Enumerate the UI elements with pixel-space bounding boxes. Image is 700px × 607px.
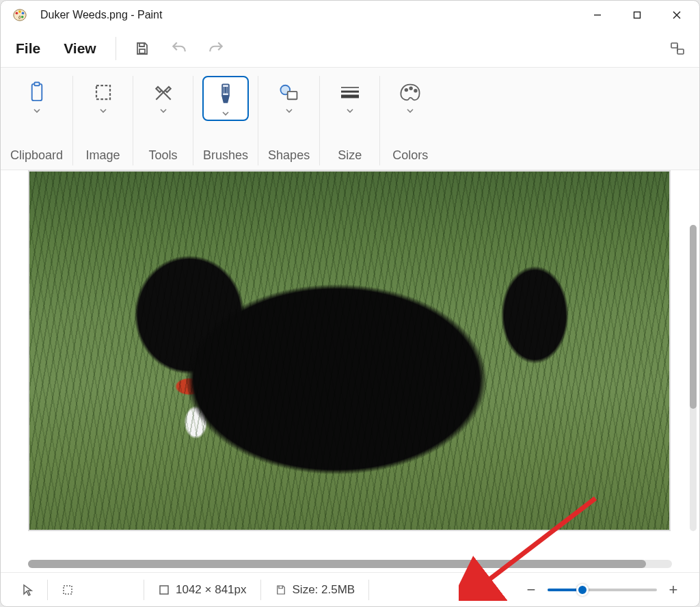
svg-rect-11	[677, 49, 684, 54]
ribbon-group-brushes: Brushes	[193, 76, 258, 165]
ribbon-label-clipboard: Clipboard	[8, 141, 66, 165]
ribbon-group-tools: Tools	[133, 76, 193, 165]
svg-rect-29	[160, 586, 168, 594]
tools-icon	[151, 80, 176, 105]
brush-icon	[213, 83, 238, 107]
ribbon-group-shapes: Shapes	[258, 76, 320, 165]
horizontal-scrollbar[interactable]	[28, 560, 672, 568]
svg-rect-14	[34, 82, 39, 85]
image-content	[29, 172, 669, 530]
zoom-slider-thumb[interactable]	[576, 584, 589, 596]
canvas-viewport[interactable]	[28, 170, 699, 554]
svg-point-4	[21, 16, 24, 18]
ribbon-label-size: Size	[335, 141, 364, 165]
settings-button[interactable]	[662, 33, 692, 64]
menu-file[interactable]: File	[8, 36, 49, 61]
svg-rect-10	[671, 43, 677, 48]
zoom-slider[interactable]	[548, 589, 657, 591]
svg-rect-9	[139, 49, 145, 53]
svg-point-27	[414, 90, 417, 92]
filesize-text: Size: 2.5MB	[293, 583, 355, 597]
chevron-down-icon	[284, 107, 294, 114]
size-icon	[338, 80, 362, 105]
redo-button[interactable]	[201, 33, 231, 64]
svg-point-2	[18, 10, 21, 13]
zoom-control: − +	[512, 580, 692, 599]
cursor-pointer-status	[8, 579, 47, 601]
window-title: Duker Weeds.png - Paint	[40, 9, 162, 21]
selection-icon	[62, 584, 74, 596]
window-controls	[578, 1, 697, 29]
canvas-area	[1, 170, 699, 572]
minimize-button[interactable]	[578, 1, 617, 29]
zoom-in-button[interactable]: +	[664, 580, 683, 599]
ribbon-group-size: Size	[320, 76, 380, 165]
cursor-icon	[21, 583, 33, 597]
ribbon-group-colors: Colors	[380, 76, 440, 165]
ribbon-label-colors: Colors	[390, 141, 431, 165]
save-button[interactable]	[127, 33, 157, 64]
dimensions-status: 1042 × 841px	[144, 579, 260, 601]
svg-rect-6	[634, 12, 641, 18]
tools-control[interactable]	[144, 76, 183, 116]
chevron-down-icon	[159, 107, 168, 114]
svg-point-26	[409, 87, 412, 90]
svg-rect-13	[31, 84, 42, 100]
divider	[368, 580, 369, 600]
paint-app-icon	[12, 7, 28, 23]
horizontal-scrollbar-thumb[interactable]	[28, 560, 646, 568]
colors-control[interactable]	[391, 76, 429, 116]
titlebar: Duker Weeds.png - Paint	[1, 1, 699, 29]
dimensions-text: 1042 × 841px	[176, 583, 247, 597]
ribbon-label-shapes: Shapes	[265, 141, 312, 165]
brushes-control[interactable]	[202, 76, 249, 121]
ribbon-group-clipboard: Clipboard	[1, 76, 73, 165]
selection-status	[48, 579, 144, 601]
statusbar: 1042 × 841px Size: 2.5MB − +	[1, 572, 699, 606]
palette-icon	[398, 80, 422, 105]
dimensions-icon	[158, 584, 170, 596]
maximize-button[interactable]	[617, 1, 657, 29]
size-control[interactable]	[331, 76, 369, 116]
ribbon: Clipboard Image	[1, 68, 699, 170]
menubar: File View	[1, 29, 699, 68]
chevron-down-icon	[345, 107, 355, 114]
ribbon-label-image: Image	[83, 141, 123, 165]
svg-rect-21	[287, 92, 297, 99]
clipboard-icon	[25, 80, 49, 105]
document-image[interactable]	[28, 170, 671, 531]
vertical-scrollbar[interactable]	[690, 225, 697, 531]
menu-view[interactable]: View	[55, 36, 104, 61]
shapes-icon	[277, 80, 301, 105]
divider	[116, 37, 116, 60]
image-control[interactable]	[84, 76, 122, 116]
close-button[interactable]	[657, 1, 697, 29]
ribbon-label-tools: Tools	[146, 141, 180, 165]
shapes-control[interactable]	[270, 76, 308, 116]
selection-icon	[91, 80, 116, 105]
chevron-down-icon	[405, 107, 415, 114]
paint-window: Duker Weeds.png - Paint File View	[0, 0, 700, 607]
filesize-status: Size: 2.5MB	[261, 579, 369, 601]
svg-point-25	[405, 89, 408, 92]
svg-point-3	[22, 12, 25, 14]
chevron-down-icon	[221, 110, 230, 117]
vertical-scrollbar-thumb[interactable]	[690, 225, 697, 409]
disk-icon	[275, 584, 287, 596]
ribbon-label-brushes: Brushes	[200, 141, 251, 165]
svg-rect-28	[64, 586, 72, 594]
ribbon-group-image: Image	[73, 76, 133, 165]
clipboard-control[interactable]	[18, 76, 56, 116]
chevron-down-icon	[32, 107, 42, 114]
chevron-down-icon	[98, 107, 108, 114]
svg-rect-15	[96, 85, 110, 99]
svg-point-1	[16, 12, 18, 14]
zoom-out-button[interactable]: −	[522, 580, 541, 599]
undo-button[interactable]	[164, 33, 194, 64]
